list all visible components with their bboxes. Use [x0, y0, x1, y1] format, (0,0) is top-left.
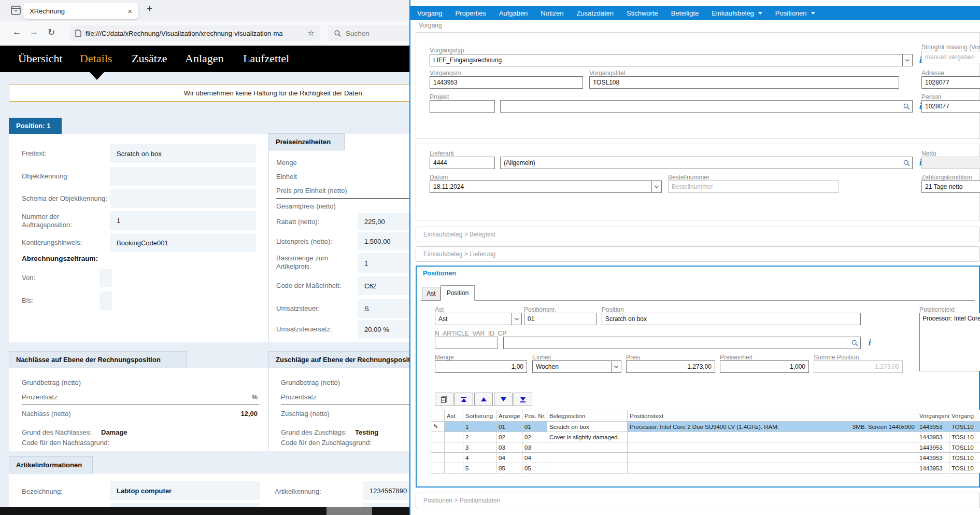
cell-vorgangsnr[interactable]: 1443953: [917, 463, 949, 474]
move-down-button[interactable]: [494, 393, 513, 406]
cell-anzeige[interactable]: 04: [496, 453, 522, 463]
col-vorgang[interactable]: Vorgang: [949, 410, 980, 422]
info-icon[interactable]: i: [865, 338, 874, 348]
bestellnummer-input[interactable]: Bestellnummer: [668, 180, 839, 193]
cell-pos-nr[interactable]: 02: [522, 432, 547, 442]
nav-details[interactable]: Details: [80, 52, 112, 65]
cell-vorgangsnr[interactable]: 1443953: [917, 442, 949, 453]
url-bar[interactable]: file:///C:/data/xRechnung/Visualization/…: [70, 25, 320, 41]
collapsed-section-belegtext[interactable]: Einkaufsbeleg > Belegtext: [416, 227, 980, 242]
chevron-down-icon[interactable]: [512, 313, 521, 325]
bookmark-star-icon[interactable]: ☆: [308, 29, 315, 38]
cell-vorgang[interactable]: TOSL10: [949, 463, 980, 474]
firefox-view-icon[interactable]: [11, 6, 21, 15]
col-anzeige[interactable]: Anzeige: [496, 410, 522, 422]
cell-sortierung[interactable]: 3: [463, 442, 496, 453]
row-selector[interactable]: [431, 442, 445, 453]
nav-uebersicht[interactable]: Übersicht: [18, 52, 63, 65]
table-row[interactable]: 3 03 03 1443953 TOSL10: [431, 442, 980, 453]
nav-laufzettel[interactable]: Laufzettel: [243, 52, 289, 65]
chevron-down-icon[interactable]: [611, 361, 621, 372]
col-vorgangsnr[interactable]: Vorgangsnr.: [917, 410, 949, 422]
table-row[interactable]: 2 02 02 Cover is slightly damaged. 14439…: [431, 432, 980, 442]
menu-beteiligte[interactable]: Beteiligte: [671, 9, 699, 17]
menu-einkaufsbeleg[interactable]: Einkaufsbeleg: [712, 9, 762, 17]
cell-pos-nr[interactable]: 04: [522, 453, 547, 463]
nav-anlagen[interactable]: Anlagen: [185, 52, 224, 65]
chevron-down-icon[interactable]: [902, 54, 912, 66]
search-lookup-icon[interactable]: [902, 102, 911, 111]
adresse-input[interactable]: 1028077: [921, 76, 980, 89]
n-article-input[interactable]: [503, 337, 861, 349]
move-bottom-button[interactable]: [514, 393, 532, 406]
search-lookup-icon[interactable]: [902, 158, 911, 168]
cell-sortierung[interactable]: 5: [463, 463, 496, 474]
preiseinheit-input[interactable]: 1,000: [720, 360, 809, 373]
cell-belegposition[interactable]: Scratch on box: [547, 422, 628, 432]
menu-stichworte[interactable]: Stichworte: [627, 9, 658, 17]
cell-belegposition[interactable]: [547, 453, 628, 463]
cell-vorgang[interactable]: TOSL10: [949, 432, 980, 442]
nav-zusaetze[interactable]: Zusätze: [132, 52, 167, 65]
col-ast[interactable]: Ast: [445, 410, 463, 422]
cell-vorgangsnr[interactable]: 1443953: [917, 422, 949, 432]
cell-anzeige[interactable]: 05: [496, 463, 522, 474]
cell-sortierung[interactable]: 2: [463, 432, 496, 442]
copy-row-button[interactable]: [435, 393, 453, 406]
cell-positionstext[interactable]: [628, 453, 917, 463]
table-row[interactable]: 5 05 05 1443953 TOSL10: [431, 463, 980, 474]
menu-aufgaben[interactable]: Aufgaben: [499, 9, 528, 17]
zahlungskondition-input[interactable]: 21 Tage netto: [921, 180, 980, 193]
person-input[interactable]: 1028077: [921, 100, 980, 113]
projekt-input[interactable]: [500, 100, 913, 113]
vorgangstyp-combobox[interactable]: LIEF_Eingangsrechnung: [430, 54, 913, 66]
einheit-combobox[interactable]: Wochen: [532, 360, 621, 373]
forward-button[interactable]: →: [30, 27, 38, 37]
cell-belegposition[interactable]: [547, 442, 628, 453]
cell-vorgangsnr[interactable]: 1443953: [917, 432, 949, 442]
cell-sortierung[interactable]: 1: [463, 422, 496, 432]
lieferant-nr-input[interactable]: 4444: [430, 157, 495, 169]
lieferant-name-input[interactable]: (Allgemein): [500, 157, 913, 169]
chevron-down-icon[interactable]: [651, 181, 661, 192]
tab-position[interactable]: Position: [441, 285, 475, 301]
table-row[interactable]: 4 04 04 1443953 TOSL10: [431, 453, 980, 463]
tab-close-icon[interactable]: ×: [127, 7, 132, 16]
cell-sortierung[interactable]: 4: [463, 453, 496, 463]
cell-positionstext[interactable]: [628, 432, 917, 442]
cell-positionstext[interactable]: [628, 442, 917, 453]
row-selector[interactable]: [431, 432, 445, 442]
collapsed-section-lieferung[interactable]: Einkaufsbeleg > Lieferung: [416, 246, 980, 262]
col-positionstext[interactable]: Positionstext: [628, 410, 917, 422]
cell-ast[interactable]: [445, 442, 463, 453]
n-article-nr-input[interactable]: [435, 337, 498, 349]
cell-vorgang[interactable]: TOSL10: [949, 453, 980, 463]
menu-properties[interactable]: Properties: [455, 9, 486, 17]
menu-vorgang[interactable]: Vorgang: [417, 9, 442, 17]
cell-vorgangsnr[interactable]: 1443953: [917, 453, 949, 463]
move-top-button[interactable]: [455, 393, 473, 406]
projekt-nr-input[interactable]: [430, 100, 495, 113]
cell-ast[interactable]: [445, 432, 463, 442]
datum-combobox[interactable]: 18.11.2024: [430, 180, 662, 193]
row-selector[interactable]: ✎: [431, 422, 445, 432]
search-lookup-icon[interactable]: [850, 338, 859, 347]
back-button[interactable]: ←: [12, 27, 21, 37]
positionstext-textarea[interactable]: Processor: Intel Core: [919, 313, 980, 371]
preis-input[interactable]: 1.273,00: [626, 360, 715, 373]
cell-anzeige[interactable]: 01: [496, 422, 522, 432]
browser-tab[interactable]: XRechnung ×: [23, 3, 138, 19]
collapsed-section-positionsdaten[interactable]: Positionen > Positionsdaten: [416, 493, 980, 508]
new-tab-button[interactable]: +: [147, 3, 152, 15]
cell-ast[interactable]: [445, 463, 463, 474]
menge-input[interactable]: 1,00: [435, 360, 527, 373]
cell-positionstext[interactable]: [628, 463, 917, 474]
move-up-button[interactable]: [474, 393, 493, 406]
row-selector[interactable]: [431, 463, 445, 474]
row-selector[interactable]: [431, 453, 445, 463]
cell-ast[interactable]: [445, 453, 463, 463]
cell-positionstext[interactable]: Processor: Intel Core 2 Duo SU9400 LV (1…: [628, 422, 917, 432]
position-input[interactable]: Scratch on box: [602, 313, 861, 325]
cell-belegposition[interactable]: Cover is slightly damaged.: [547, 432, 628, 442]
cell-vorgang[interactable]: TOSL10: [949, 422, 980, 432]
